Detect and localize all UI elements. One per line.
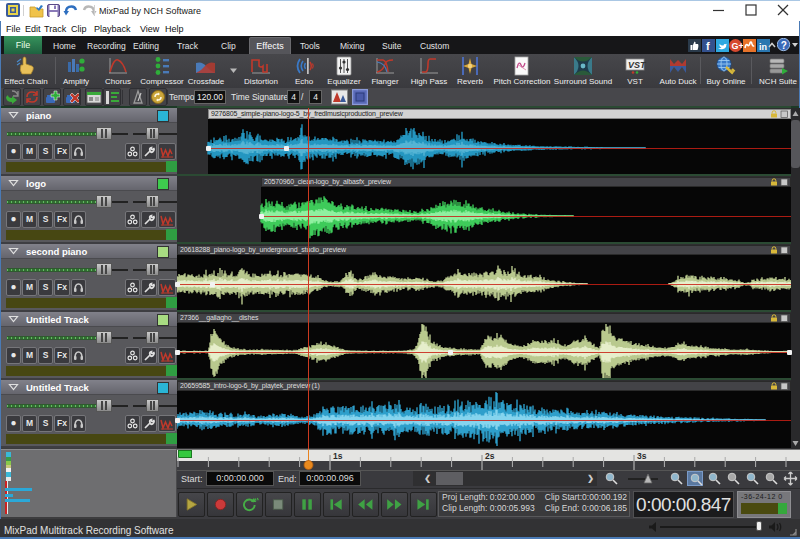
svg-text:f: f [706,40,710,52]
svg-text:?: ? [781,40,787,51]
svg-text:G+: G+ [732,41,744,51]
svg-text:in: in [759,42,767,52]
svg-text:1s: 1s [333,451,343,461]
svg-text:VST: VST [628,60,647,70]
svg-text:3s: 3s [637,451,647,461]
svg-text:2s: 2s [485,451,495,461]
